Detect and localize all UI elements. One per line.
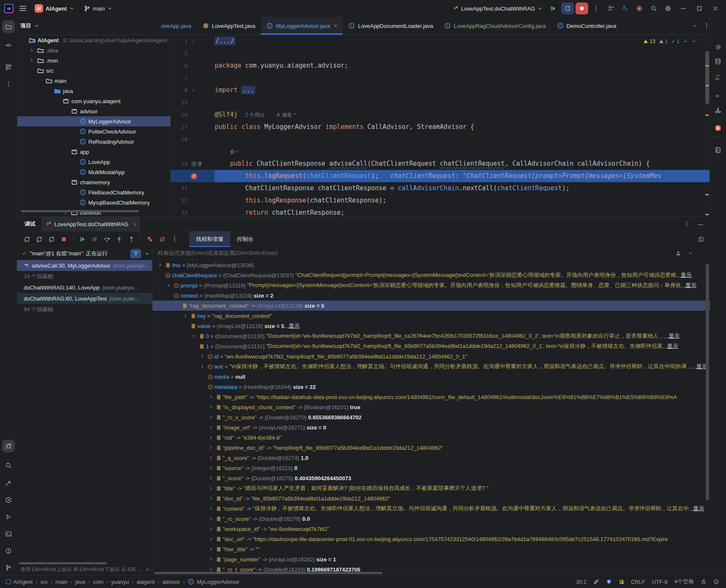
- layout-settings-icon[interactable]: [698, 236, 704, 242]
- show-more-link[interactable]: 显示: [685, 282, 696, 289]
- project-panel-header[interactable]: 项目: [20, 17, 39, 35]
- search-everywhere-button[interactable]: [647, 3, 660, 14]
- translate-button[interactable]: 文A: [619, 3, 631, 14]
- rerun-debug-button[interactable]: [21, 234, 33, 245]
- structure-tool-button[interactable]: [2, 61, 15, 74]
- show-more-link[interactable]: 显示: [667, 342, 678, 350]
- variable-row[interactable]: fmedia = null: [153, 372, 710, 382]
- breadcrumb-item[interactable]: AIAgent: [6, 579, 33, 585]
- window-minimize-button[interactable]: [676, 3, 691, 14]
- show-more-link[interactable]: 显示: [693, 505, 704, 512]
- code-line[interactable]: 6package com.yuanyu.aiagent.advisor;: [171, 60, 710, 72]
- commit-tool-button[interactable]: [2, 39, 15, 52]
- fold-icon[interactable]: [191, 88, 196, 93]
- notifications-status-icon[interactable]: [713, 579, 719, 585]
- breadcrumb-item[interactable]: com: [93, 579, 104, 585]
- tree-row[interactable]: main: [17, 76, 170, 86]
- override-up-icon[interactable]: [191, 161, 197, 167]
- version-control-tool-button[interactable]: [2, 561, 15, 574]
- plugin-grid-indicator-icon[interactable]: [619, 579, 624, 585]
- step-into-button[interactable]: [113, 234, 125, 245]
- code-line[interactable]: 5: [171, 47, 710, 60]
- variable-row[interactable]: "_rc_score" -> {Double@16279} 0.0: [153, 514, 710, 524]
- horizontal-scrollbar[interactable]: [19, 562, 107, 564]
- breadcrumb-item[interactable]: advisor: [162, 579, 180, 585]
- editor-scrollbar[interactable]: [705, 51, 709, 104]
- maven-tool-button[interactable]: m: [712, 89, 724, 101]
- variable-row[interactable]: 1 = {Document@13131} "Document{id='ws-9u…: [153, 341, 710, 351]
- step-over-button[interactable]: [101, 234, 112, 245]
- tree-row[interactable]: .idea: [17, 45, 170, 55]
- settings-button[interactable]: [662, 3, 674, 14]
- tree-row[interactable]: advisor: [17, 106, 170, 116]
- evaluate-expression-input[interactable]: 对表达式求值(Enter)或添加监视(Ctrl+Shift+Enter): [153, 247, 710, 260]
- frame-row[interactable]: 94 个隐藏帧: [17, 304, 152, 315]
- variable-row[interactable]: "_q_score" -> {Double@16274} 1.0: [153, 453, 710, 463]
- close-icon[interactable]: ×: [146, 567, 149, 573]
- tree-row[interactable]: java: [17, 86, 170, 96]
- line-separator[interactable]: CRLF: [631, 579, 645, 585]
- variable-row[interactable]: "pipeline_doc_id" -> "hamp9oqrft_file_85…: [153, 443, 710, 453]
- file-encoding[interactable]: UTF-8: [652, 579, 668, 585]
- debug-tool-button[interactable]: [2, 440, 15, 452]
- step-out-button[interactable]: [126, 234, 137, 245]
- ai-plugin-button[interactable]: [633, 3, 646, 14]
- horizontal-scrollbar[interactable]: [21, 210, 139, 212]
- stop-button[interactable]: [576, 3, 588, 14]
- breadcrumb-item[interactable]: java: [75, 579, 85, 585]
- frame-row[interactable]: adviseCall:30, MyLoggerAdvisor (com.yuan…: [17, 260, 152, 271]
- code-line[interactable]: 26@Slf4j 2 个用法 缘鱼 *: [171, 109, 710, 121]
- horizontal-scrollbar[interactable]: [154, 572, 382, 574]
- breadcrumb-item[interactable]: CMyLoggerAdvisor: [188, 578, 239, 585]
- tree-row[interactable]: .mvn: [17, 55, 170, 66]
- database-tool-button[interactable]: [712, 55, 724, 68]
- variable-row[interactable]: fprompt = {Prompt@13118} "Prompt{message…: [153, 280, 710, 290]
- problems-tool-button[interactable]: [2, 544, 15, 557]
- tree-row[interactable]: chatmemory: [17, 177, 170, 187]
- variable-row[interactable]: "file_path" -> "https://bailian-datahub-…: [153, 392, 710, 402]
- variable-row[interactable]: "title" -> "婚后与伴侣家人产生矛盾，如何妥善解决? |如何在婚后保持…: [153, 483, 710, 493]
- next-problem-icon[interactable]: [691, 39, 696, 44]
- breadcrumb-item[interactable]: src: [41, 579, 48, 585]
- variable-row[interactable]: this = {MyLoggerAdvisor@13036}: [153, 260, 710, 270]
- tree-row[interactable]: app: [17, 147, 170, 157]
- editor-tab[interactable]: LoveAppTest.java: [197, 17, 261, 35]
- mute-breakpoints-button[interactable]: [156, 234, 168, 245]
- variable-row[interactable]: "hier_title" -> "": [153, 544, 710, 554]
- kebab-icon[interactable]: [703, 22, 710, 29]
- tree-row[interactable]: CMyLoggerAdvisor: [17, 116, 170, 126]
- spring-tool-button[interactable]: [712, 105, 724, 118]
- variable-row[interactable]: "image_url" -> {ArrayList@16271} size = …: [153, 422, 710, 432]
- code-line[interactable]: 28: [171, 133, 710, 145]
- frame-row[interactable]: doChatWithRAG:60, LoveAppTest (com.yuan.…: [17, 293, 152, 304]
- breadcrumbs[interactable]: AIAgent›src›main›java›com›yuanyu›aiagent…: [0, 578, 240, 585]
- variable-row[interactable]: value = {ArrayList@13126} size = 5 ...显示: [153, 321, 710, 331]
- tree-row[interactable]: src: [17, 66, 170, 76]
- close-icon[interactable]: ×: [133, 221, 136, 227]
- chevron-down-icon[interactable]: [145, 251, 150, 256]
- code-editor[interactable]: 1/.../56package com.yuanyu.aiagent.advis…: [171, 35, 710, 216]
- more-options-icon[interactable]: [683, 221, 690, 227]
- code-line[interactable]: 27public class MyLoggerAdvisor implement…: [171, 121, 710, 133]
- variable-row[interactable]: "doc_url" -> "https://dashscope-file-dat…: [153, 534, 710, 544]
- window-close-button[interactable]: [708, 3, 723, 14]
- close-icon[interactable]: ×: [334, 22, 337, 29]
- code-line[interactable]: 25: [171, 96, 710, 109]
- debug-session-tab[interactable]: LoveAppTest.doChatWithRAG ×: [41, 217, 140, 231]
- stop-button[interactable]: [58, 234, 69, 245]
- code-line[interactable]: ✓ this.logRequest(chatClientRequest); ch…: [171, 170, 710, 182]
- ml-plugin-tool-button[interactable]: ML: [712, 72, 724, 85]
- variable-row[interactable]: "nid" -> "e384-6|e384-8": [153, 432, 710, 443]
- show-more-link[interactable]: 显示: [669, 332, 680, 340]
- code-line[interactable]: 1/.../: [171, 35, 710, 47]
- tree-row[interactable]: CReReadingAdvisor: [17, 137, 170, 147]
- variable-row[interactable]: ftext = "\n保持冷静，不被情绪左右。先倾听伴侣家人想法，理解其立场。与…: [153, 361, 710, 372]
- variable-row[interactable]: "doc_id" -> "file_85b9077a5b394ea9bd1a1d…: [153, 493, 710, 503]
- frame-row[interactable]: 19 个隐藏帧: [17, 271, 152, 282]
- code-line[interactable]: 8import ...: [171, 84, 710, 96]
- breadcrumb-item[interactable]: main: [55, 579, 67, 585]
- hamburger-menu-icon[interactable]: [19, 6, 26, 11]
- tree-row[interactable]: CMultiModalApp: [17, 167, 170, 177]
- more-actions-button[interactable]: [590, 3, 603, 14]
- plugin-shield-indicator-icon[interactable]: [606, 579, 612, 585]
